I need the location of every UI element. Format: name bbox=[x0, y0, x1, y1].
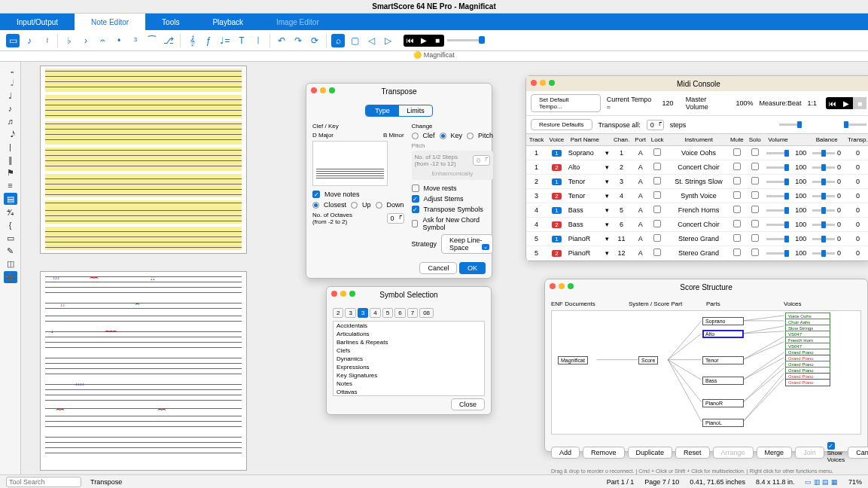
node-part[interactable]: Alto bbox=[702, 330, 744, 338]
struct-arrange-button[interactable]: Arrange bbox=[713, 447, 754, 459]
palette-add-icon[interactable]: ➕ bbox=[4, 271, 17, 283]
symbol-category-item[interactable]: Articulations bbox=[333, 330, 484, 338]
octaves-stepper[interactable]: 0 bbox=[387, 213, 404, 224]
symbol-category-item[interactable]: Accidentals bbox=[333, 322, 484, 330]
palette-whole-note-icon[interactable]: 𝅝 bbox=[5, 65, 16, 75]
transpose-symbols-check[interactable]: ✓ bbox=[412, 206, 419, 213]
change-pitch-radio[interactable] bbox=[467, 133, 474, 139]
tool-fermata-icon[interactable]: 𝄐 bbox=[96, 34, 109, 47]
zoom-icon[interactable] bbox=[329, 87, 335, 93]
ask-chord-check[interactable] bbox=[412, 220, 419, 227]
set-default-tempo-button[interactable]: Set Default Tempo... bbox=[531, 94, 601, 112]
stop-icon[interactable]: ■ bbox=[431, 35, 444, 47]
up-radio[interactable] bbox=[351, 202, 358, 209]
zoom-icon[interactable] bbox=[549, 80, 555, 86]
rewind-icon[interactable]: ⏮ bbox=[404, 35, 417, 47]
symbol-category-item[interactable]: Clefs bbox=[333, 346, 484, 355]
palette-barline-icon[interactable]: | bbox=[5, 142, 16, 152]
transpose-cancel-button[interactable]: Cancel bbox=[419, 262, 457, 274]
halfsteps-stepper[interactable]: 0 bbox=[473, 155, 490, 166]
tuplet-tab[interactable]: 4 bbox=[370, 308, 380, 318]
transpose-segment[interactable]: TypeLimits bbox=[365, 105, 433, 117]
symbol-category-item[interactable]: Ottavas bbox=[333, 388, 484, 396]
midi-track-row[interactable]: 11Soprano▾1AVoice Oohs100 00 bbox=[526, 146, 868, 160]
tuplet-tab[interactable]: 6 bbox=[394, 308, 405, 318]
struct-reset-button[interactable]: Reset bbox=[675, 447, 710, 459]
symbol-category-item[interactable]: Barlines & Repeats bbox=[333, 338, 484, 346]
midi-stop-icon[interactable]: ■ bbox=[853, 97, 866, 109]
midi-play-icon[interactable]: ▶ bbox=[839, 97, 853, 109]
midi-track-row[interactable]: 21Tenor▾3ASt. Strings Slow100 00 bbox=[526, 175, 868, 189]
tool-rest-icon[interactable]: 𝄽 bbox=[39, 34, 53, 47]
node-voice[interactable]: Grand Piano bbox=[785, 379, 830, 386]
tuplet-value-tabs[interactable]: 233456708 bbox=[333, 308, 485, 318]
show-voices-check[interactable]: ✓ Show Voices bbox=[827, 442, 845, 463]
play-icon[interactable]: ▶ bbox=[417, 35, 431, 47]
node-part[interactable]: Soprano bbox=[702, 317, 744, 325]
midi-rewind-icon[interactable]: ⏮ bbox=[826, 97, 839, 109]
midi-track-row[interactable]: 12Alto▾2AConcert Choir100 00 bbox=[526, 160, 868, 175]
tuplet-tab[interactable]: 7 bbox=[407, 308, 418, 318]
palette-eighth-note-icon[interactable]: ♪ bbox=[5, 103, 16, 114]
move-rests-check[interactable] bbox=[412, 185, 419, 192]
transpose-all-stepper[interactable]: 0 bbox=[647, 120, 664, 130]
tuplet-tab[interactable]: 08 bbox=[419, 308, 434, 318]
close-icon[interactable] bbox=[550, 283, 556, 289]
struct-merge-button[interactable]: Merge bbox=[757, 447, 793, 459]
midi-track-row[interactable]: 51PianoR▾11AStereo Grand100 00 bbox=[526, 232, 868, 246]
symbol-category-item[interactable]: Key Signatures bbox=[333, 371, 484, 380]
down-radio[interactable] bbox=[376, 202, 382, 209]
node-part[interactable]: Bass bbox=[702, 377, 744, 385]
score-canvas[interactable]: ♪♪♪⁀⁀♩♩ ♪♪⁀ ♩⁀⁀⁀ ♪♪♪♪ ⁀⁀⁀⁀ Transpose Typ… bbox=[21, 62, 868, 483]
palette-pen-icon[interactable]: ✎ bbox=[5, 246, 16, 256]
tool-zoom-icon[interactable]: ⌕ bbox=[331, 34, 345, 47]
tool-clef-icon[interactable]: 𝄞 bbox=[185, 34, 199, 47]
midi-track-row[interactable]: 32Tenor▾4ASynth Voice100 00 bbox=[526, 189, 868, 203]
tool-dynamic-icon[interactable]: ƒ bbox=[202, 34, 215, 47]
palette-16th-note-icon[interactable]: ♬ bbox=[5, 116, 16, 127]
midi-track-row[interactable]: 52PianoR▾12AStereo Grand100 00 bbox=[526, 246, 868, 261]
palette-timesig-icon[interactable]: ⁴⁄₄ bbox=[5, 207, 16, 218]
tool-eighth-icon[interactable]: ♪ bbox=[23, 34, 36, 47]
tool-barline-icon[interactable]: 𝄁 bbox=[251, 34, 265, 47]
minimize-icon[interactable] bbox=[340, 291, 346, 297]
symbol-category-item[interactable]: Expressions bbox=[333, 363, 484, 371]
palette-flag-icon[interactable]: ⚑ bbox=[5, 167, 16, 178]
palette-measure-icon[interactable]: ▭ bbox=[5, 233, 16, 243]
node-part[interactable]: PianoL bbox=[702, 419, 744, 427]
document-tab[interactable]: 🟡 Magnificat bbox=[413, 51, 455, 59]
node-system[interactable]: Score bbox=[638, 356, 658, 364]
tool-dot-icon[interactable]: • bbox=[112, 34, 126, 47]
palette-list-icon[interactable]: ≡ bbox=[5, 180, 16, 191]
change-clef-radio[interactable] bbox=[412, 133, 419, 139]
zoom-icon[interactable] bbox=[568, 283, 574, 289]
tool-tuplet-icon[interactable]: ⎇ bbox=[162, 34, 175, 47]
tuplet-tab[interactable]: 3 bbox=[358, 308, 368, 318]
palette-double-bar-icon[interactable]: ‖ bbox=[5, 154, 16, 165]
master-volume-slider[interactable] bbox=[779, 124, 802, 126]
tool-undo-icon[interactable]: ↶ bbox=[275, 34, 288, 47]
tool-search-input[interactable] bbox=[6, 477, 81, 487]
palette-layers-icon[interactable]: ▤ bbox=[4, 193, 17, 205]
struct-remove-button[interactable]: Remove bbox=[583, 447, 625, 459]
closest-radio[interactable] bbox=[312, 202, 319, 209]
tool-next-icon[interactable]: ▷ bbox=[381, 34, 394, 47]
tuplet-tab[interactable]: 3 bbox=[345, 308, 355, 318]
minimize-icon[interactable] bbox=[320, 87, 326, 93]
minimize-icon[interactable] bbox=[540, 80, 546, 86]
node-part[interactable]: PianoR bbox=[702, 399, 744, 407]
tab-note-editor[interactable]: Note Editor bbox=[75, 14, 145, 30]
tuplet-tab[interactable]: 2 bbox=[333, 308, 343, 318]
symbol-category-item[interactable]: Dynamics bbox=[333, 355, 484, 363]
symbol-category-list[interactable]: AccidentalsArticulationsBarlines & Repea… bbox=[333, 321, 485, 396]
move-notes-check[interactable]: ✓ bbox=[312, 191, 320, 198]
tool-text-icon[interactable]: T bbox=[235, 34, 248, 47]
zoom-icon[interactable] bbox=[349, 291, 355, 297]
tab-tools[interactable]: Tools bbox=[145, 14, 196, 30]
close-icon[interactable] bbox=[531, 80, 537, 86]
struct-duplicate-button[interactable]: Duplicate bbox=[628, 447, 673, 459]
tuplet-tab[interactable]: 5 bbox=[382, 308, 393, 318]
tool-refresh-icon[interactable]: ⟳ bbox=[308, 34, 321, 47]
restore-defaults-button[interactable]: Restore Defaults bbox=[531, 119, 592, 130]
adjust-stems-check[interactable]: ✓ bbox=[412, 195, 419, 203]
